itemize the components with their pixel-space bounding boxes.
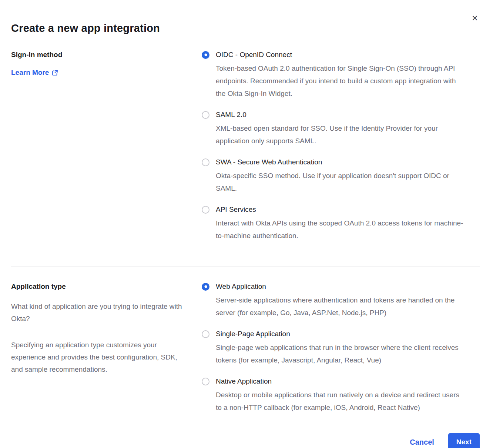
create-app-integration-dialog: × Create a new app integration Sign-in m… (0, 0, 493, 448)
radio-saml-2-0[interactable] (202, 111, 209, 119)
option-label: API Services (216, 205, 256, 214)
option-head-oidc-openid-connect[interactable]: OIDC - OpenID Connect (202, 50, 466, 60)
option-api-services: API ServicesInteract with Okta APIs usin… (202, 205, 466, 242)
application-type-question: What kind of application are you trying … (11, 300, 189, 325)
option-description: Desktop or mobile applications that run … (202, 389, 466, 414)
sign-in-method-options: OIDC - OpenID ConnectToken-based OAuth 2… (202, 50, 466, 242)
radio-swa-secure-web-authentication[interactable] (202, 158, 209, 166)
radio-single-page-application[interactable] (202, 330, 209, 338)
option-label: SAML 2.0 (216, 110, 246, 120)
option-label: Single-Page Application (216, 329, 290, 339)
option-description: Single-page web applications that run in… (202, 341, 466, 367)
option-head-saml-2-0[interactable]: SAML 2.0 (202, 110, 466, 120)
option-label: SWA - Secure Web Authentication (216, 157, 322, 167)
sign-in-method-label: Sign-in method (11, 50, 191, 60)
option-head-swa-secure-web-authentication[interactable]: SWA - Secure Web Authentication (202, 157, 466, 167)
dialog-footer: Cancel Next (11, 433, 480, 448)
radio-native-application[interactable] (202, 378, 209, 385)
option-label: Web Application (216, 282, 266, 291)
next-button[interactable]: Next (448, 433, 480, 448)
dialog-title: Create a new app integration (11, 0, 480, 34)
option-head-single-page-application[interactable]: Single-Page Application (202, 329, 466, 339)
option-native-application: Native ApplicationDesktop or mobile appl… (202, 377, 466, 414)
application-type-section: Application type What kind of applicatio… (11, 282, 480, 414)
cancel-button[interactable]: Cancel (410, 438, 434, 447)
option-saml-2-0: SAML 2.0XML-based open standard for SSO.… (202, 110, 466, 147)
option-head-api-services[interactable]: API Services (202, 205, 466, 214)
learn-more-label: Learn More (11, 68, 49, 77)
option-label: OIDC - OpenID Connect (216, 50, 292, 60)
option-swa-secure-web-authentication: SWA - Secure Web AuthenticationOkta-spec… (202, 157, 466, 195)
close-icon[interactable]: × (469, 13, 480, 24)
option-web-application: Web ApplicationServer-side applications … (202, 282, 466, 319)
radio-dot (204, 54, 207, 56)
option-label: Native Application (216, 377, 272, 386)
section-divider (11, 267, 480, 267)
radio-oidc-openid-connect-selected[interactable] (202, 51, 209, 59)
option-head-web-application[interactable]: Web Application (202, 282, 466, 291)
application-type-label: Application type (11, 282, 191, 291)
option-description: Server-side applications where authentic… (202, 294, 466, 319)
option-description: XML-based open standard for SSO. Use if … (202, 122, 466, 147)
option-description: Okta-specific SSO method. Use if your ap… (202, 170, 466, 195)
radio-dot (204, 285, 207, 288)
sign-in-method-section: Sign-in method Learn More OIDC - OpenID … (11, 50, 480, 242)
application-type-options: Web ApplicationServer-side applications … (202, 282, 466, 414)
option-description: Token-based OAuth 2.0 authentication for… (202, 62, 466, 100)
radio-api-services[interactable] (202, 206, 209, 214)
option-single-page-application: Single-Page ApplicationSingle-page web a… (202, 329, 466, 367)
application-type-explanation: Specifying an application type customize… (11, 339, 189, 375)
option-oidc-openid-connect: OIDC - OpenID ConnectToken-based OAuth 2… (202, 50, 466, 100)
radio-web-application-selected[interactable] (202, 283, 209, 291)
option-head-native-application[interactable]: Native Application (202, 377, 466, 386)
option-description: Interact with Okta APIs using the scoped… (202, 217, 466, 242)
learn-more-link[interactable]: Learn More (11, 68, 58, 77)
external-link-icon (52, 70, 58, 76)
